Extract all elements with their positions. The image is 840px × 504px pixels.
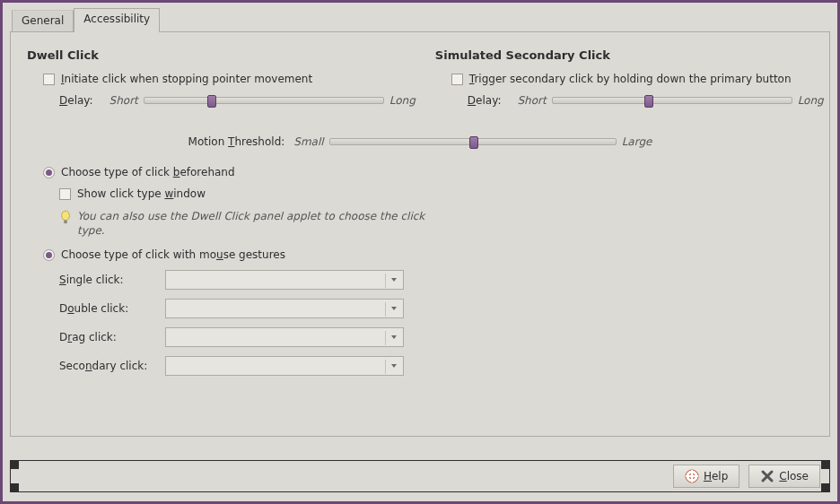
choose-gestures-radio[interactable] bbox=[43, 249, 55, 261]
double-click-combo[interactable] bbox=[165, 299, 404, 318]
sim-delay-short: Short bbox=[517, 94, 546, 107]
choose-beforehand-label: Choose type of click beforehand bbox=[61, 166, 235, 178]
motion-threshold-thumb[interactable] bbox=[469, 136, 478, 149]
accessibility-panel: Dwell Click Initiate click when stopping… bbox=[10, 31, 830, 437]
dwell-delay-thumb[interactable] bbox=[207, 95, 216, 108]
svg-rect-1 bbox=[64, 221, 67, 224]
motion-threshold-slider[interactable] bbox=[329, 138, 617, 145]
help-icon bbox=[685, 469, 699, 483]
tab-general[interactable]: General bbox=[12, 10, 74, 31]
drag-click-label: Drag click: bbox=[59, 331, 165, 343]
drag-click-combo[interactable] bbox=[165, 327, 404, 347]
sim-delay-thumb[interactable] bbox=[644, 95, 653, 108]
secondary-click-combo[interactable] bbox=[165, 356, 404, 376]
sim-delay-long: Long bbox=[798, 94, 824, 107]
initiate-click-checkbox[interactable] bbox=[43, 74, 55, 85]
trigger-secondary-checkbox[interactable] bbox=[451, 74, 463, 85]
sim-delay-slider[interactable] bbox=[552, 97, 792, 104]
choose-beforehand-radio[interactable] bbox=[43, 167, 55, 178]
dwell-hint-text: You can also use the Dwell Click panel a… bbox=[77, 209, 429, 238]
simulated-secondary-section: Simulated Secondary Click Trigger second… bbox=[416, 48, 824, 116]
motion-threshold-label: Motion Threshold: bbox=[188, 135, 285, 148]
double-click-label: Double click: bbox=[59, 302, 165, 315]
dwell-click-title: Dwell Click bbox=[27, 48, 416, 62]
dwell-delay-long: Long bbox=[389, 94, 416, 107]
sim-delay-label: Delay: bbox=[468, 94, 502, 107]
tab-bar: General Accessibility bbox=[12, 8, 834, 31]
dwell-delay-label: Delay: bbox=[59, 94, 93, 107]
dwell-delay-slider[interactable] bbox=[144, 97, 384, 104]
single-click-combo[interactable] bbox=[165, 270, 404, 290]
single-click-label: Single click: bbox=[59, 274, 165, 286]
tab-accessibility[interactable]: Accessibility bbox=[74, 8, 160, 32]
lightbulb-icon bbox=[59, 210, 72, 226]
help-button-label: Help bbox=[704, 470, 728, 482]
motion-large: Large bbox=[622, 135, 652, 148]
secondary-click-label: Secondary click: bbox=[59, 360, 165, 372]
close-button[interactable]: Close bbox=[748, 465, 820, 488]
help-button[interactable]: Help bbox=[673, 465, 739, 488]
close-icon bbox=[760, 469, 774, 483]
svg-point-6 bbox=[690, 474, 695, 479]
preferences-window: General Accessibility Dwell Click Initia… bbox=[0, 0, 840, 504]
sim-secondary-title: Simulated Secondary Click bbox=[435, 48, 824, 62]
motion-small: Small bbox=[293, 135, 323, 148]
dialog-button-bar: Help Close bbox=[10, 460, 830, 492]
show-click-window-checkbox[interactable] bbox=[59, 188, 71, 200]
close-button-label: Close bbox=[779, 470, 809, 482]
choose-gestures-label: Choose type of click with mouse gestures bbox=[61, 248, 285, 261]
show-click-window-label: Show click type window bbox=[77, 187, 206, 200]
dwell-delay-short: Short bbox=[109, 94, 138, 107]
svg-point-0 bbox=[62, 211, 70, 221]
dwell-click-section: Dwell Click Initiate click when stopping… bbox=[27, 48, 416, 116]
initiate-click-label: Initiate click when stopping pointer mov… bbox=[61, 73, 312, 85]
trigger-secondary-label: Trigger secondary click by holding down … bbox=[469, 73, 792, 85]
